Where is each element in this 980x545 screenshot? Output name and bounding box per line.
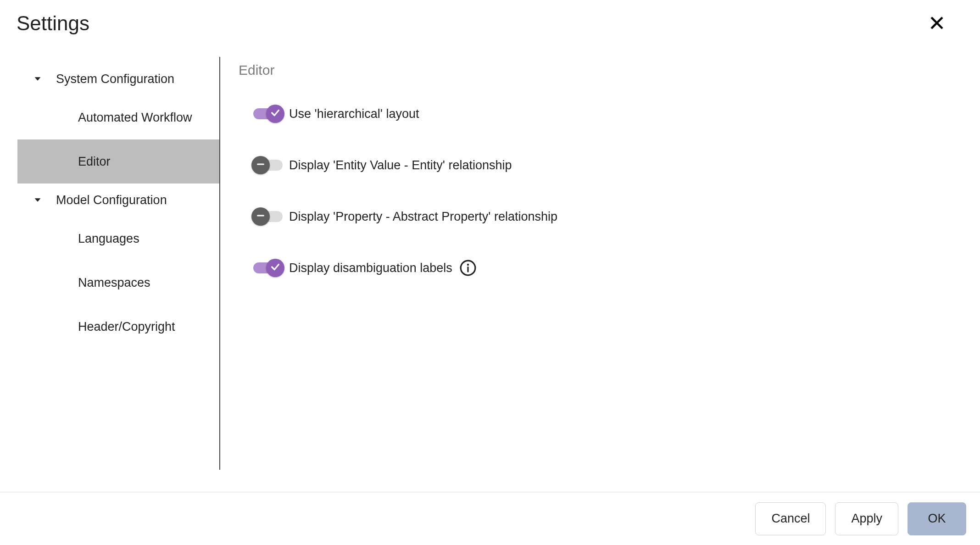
content-title: Editor [239,62,962,78]
switch-thumb [251,207,270,226]
close-icon [929,15,945,33]
dialog-body: System Configuration Automated Workflow … [0,43,980,492]
toggle-label: Use 'hierarchical' layout [289,107,419,121]
dialog-footer: Cancel Apply OK [0,492,980,545]
sidebar-item-automated-workflow[interactable]: Automated Workflow [17,95,219,139]
chevron-down-icon [32,195,43,206]
settings-content: Editor Use 'hierarchical' layout [220,57,980,492]
sidebar-group-label: System Configuration [56,72,174,86]
svg-point-1 [467,264,468,266]
toggle-hierarchical-layout[interactable] [251,105,284,123]
toggle-entity-value-relationship[interactable] [251,156,284,174]
dialog-header: Settings [0,0,980,43]
sidebar-group-label: Model Configuration [56,193,167,207]
minus-icon [256,211,266,222]
sidebar-item-label: Automated Workflow [78,111,192,125]
check-icon [270,262,280,274]
check-icon [270,108,280,120]
sidebar-item-namespaces[interactable]: Namespaces [17,261,219,305]
sidebar-item-label: Namespaces [78,276,150,290]
sidebar-group-system-configuration[interactable]: System Configuration [17,62,219,95]
switch-thumb [266,105,284,123]
switch-thumb [266,259,284,277]
toggle-row-disambiguation-labels: Display disambiguation labels [251,259,962,277]
sidebar-item-label: Languages [78,232,139,246]
switch-thumb [251,156,270,174]
settings-dialog: Settings System Configuration Automated … [0,0,980,545]
close-button[interactable] [926,13,948,35]
toggle-label: Display 'Entity Value - Entity' relation… [289,158,512,172]
toggle-disambiguation-labels[interactable] [251,259,284,277]
toggle-row-hierarchical-layout: Use 'hierarchical' layout [251,105,962,123]
sidebar-item-header-copyright[interactable]: Header/Copyright [17,305,219,349]
toggle-row-property-abstract-relationship: Display 'Property - Abstract Property' r… [251,207,962,226]
toggle-label: Display 'Property - Abstract Property' r… [289,210,557,224]
dialog-title: Settings [17,12,89,35]
ok-button[interactable]: OK [908,502,966,535]
sidebar-group-model-configuration[interactable]: Model Configuration [17,184,219,217]
cancel-button[interactable]: Cancel [755,502,826,535]
sidebar-item-languages[interactable]: Languages [17,217,219,261]
settings-sidebar: System Configuration Automated Workflow … [0,57,220,470]
info-icon[interactable] [459,259,477,277]
toggle-property-abstract-relationship[interactable] [251,207,284,226]
toggle-row-entity-value-relationship: Display 'Entity Value - Entity' relation… [251,156,962,174]
chevron-down-icon [32,73,43,84]
sidebar-item-editor[interactable]: Editor [17,139,219,184]
toggle-label: Display disambiguation labels [289,261,452,275]
sidebar-item-label: Editor [78,155,111,169]
minus-icon [256,159,266,171]
sidebar-item-label: Header/Copyright [78,320,175,334]
apply-button[interactable]: Apply [835,502,898,535]
